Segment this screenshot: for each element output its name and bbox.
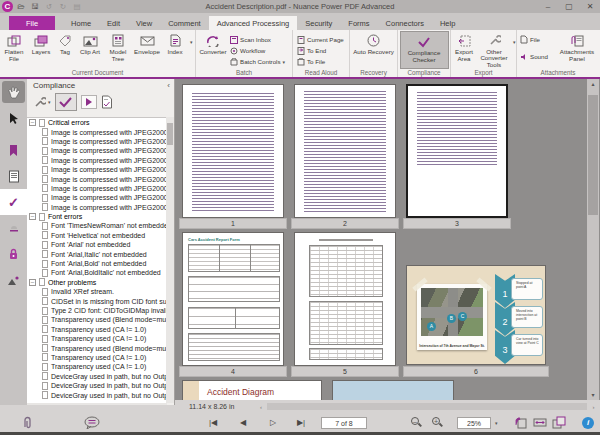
minimize-button[interactable]: –	[542, 0, 554, 13]
tab-edit[interactable]: Edit	[99, 16, 128, 30]
error-item-row[interactable]: Image is compressed with JPEG2000	[27, 174, 167, 183]
page-thumb-1[interactable]	[182, 84, 284, 218]
export-area-button[interactable]: Export Area	[451, 31, 477, 69]
scan-inbox-button[interactable]: Scan Inbox	[230, 34, 292, 45]
tab-home[interactable]: Home	[63, 16, 99, 30]
converter-tools-dropdown-icon[interactable]: ▾	[513, 39, 516, 69]
error-item-row[interactable]: Transparency used (CA != 1.0)	[27, 362, 167, 371]
error-group-row[interactable]: –Other problems	[27, 278, 167, 287]
bookmarks-panel-icon[interactable]	[0, 137, 27, 163]
tab-forms[interactable]: Forms	[340, 16, 377, 30]
compliance-panel-icon[interactable]: ✓	[0, 189, 27, 215]
layers-button[interactable]: Layers	[28, 31, 54, 69]
error-item-row[interactable]: Font 'Arial,BoldItalic' not embedded	[27, 268, 167, 277]
tag-button[interactable]: Tag	[54, 31, 76, 69]
error-item-row[interactable]: Font 'Arial,Italic' not embedded	[27, 249, 167, 258]
security-panel-icon[interactable]	[0, 241, 27, 267]
clip-art-button[interactable]: Clip Art	[76, 31, 104, 69]
maximize-button[interactable]: ▢	[563, 0, 575, 13]
page-number-field[interactable]: 7 of 8	[321, 417, 367, 429]
fit-page-icon[interactable]	[552, 416, 566, 429]
settings-dropdown-icon[interactable]: ▾	[48, 99, 51, 105]
auto-recovery-button[interactable]: Auto Recovery	[352, 31, 396, 69]
zoom-out-button[interactable]: –	[411, 417, 422, 428]
collapse-node-icon[interactable]: –	[29, 279, 36, 286]
attachments-panel-button[interactable]: Attachments Panel	[557, 31, 597, 69]
page-thumb-7[interactable]: Accident Diagram	[182, 380, 322, 400]
error-item-row[interactable]: CIDSet in is missing from CID font subse…	[27, 296, 167, 305]
run-fixups-button[interactable]	[81, 95, 97, 109]
tab-view[interactable]: View	[128, 16, 160, 30]
compliance-settings-button[interactable]: ▾	[33, 96, 51, 109]
workflow-button[interactable]: Workflow	[230, 45, 292, 56]
page-thumb-4[interactable]: Cars Accident Report Form	[182, 232, 284, 366]
first-page-button[interactable]: |◀	[205, 418, 221, 427]
read-to-end-button[interactable]: To End	[297, 45, 350, 56]
other-converter-tools-button[interactable]: Other Converter Tools	[477, 31, 511, 69]
error-item-row[interactable]: Image is compressed with JPEG2000	[27, 184, 167, 193]
tab-security[interactable]: Security	[297, 16, 340, 30]
tab-advanced-processing[interactable]: Advanced Processing	[209, 16, 298, 30]
batch-controls-button[interactable]: Batch Controls ▾	[230, 56, 292, 67]
scroll-up-icon[interactable]: ▴	[587, 79, 599, 89]
read-current-page-button[interactable]: Current Page	[297, 34, 350, 45]
pages-panel-icon[interactable]	[0, 163, 27, 189]
tab-comment[interactable]: Comment	[160, 16, 209, 30]
zoom-level-field[interactable]: 25%	[457, 417, 491, 429]
hscroll-right-icon[interactable]: ›	[589, 404, 598, 410]
page-thumb-5[interactable]	[294, 232, 396, 366]
info-icon[interactable]: i	[582, 417, 594, 429]
previous-page-button[interactable]: ◀	[235, 418, 251, 427]
read-to-file-button[interactable]: To File	[297, 56, 350, 67]
error-item-row[interactable]: Image is compressed with JPEG2000	[27, 146, 167, 155]
error-item-row[interactable]: Font 'Arial' not embedded	[27, 240, 167, 249]
batch-controls-dropdown-icon[interactable]: ▾	[283, 59, 286, 65]
converter-button[interactable]: Converter	[196, 31, 230, 69]
error-item-row[interactable]: Image is compressed with JPEG2000	[27, 165, 167, 174]
page-thumb-2[interactable]	[294, 84, 396, 218]
tab-connectors[interactable]: Connectors	[378, 16, 432, 30]
error-item-row[interactable]: Transparency used (CA != 1.0)	[27, 325, 167, 334]
envelope-button[interactable]: Envelope	[132, 31, 162, 69]
error-group-row[interactable]: –Font errors	[27, 212, 167, 221]
hand-tool-icon[interactable]	[2, 81, 25, 103]
error-item-row[interactable]: Image is compressed with JPEG2000	[27, 203, 167, 212]
page-thumb-3[interactable]	[406, 84, 508, 218]
error-item-row[interactable]: Image is compressed with JPEG2000	[27, 137, 167, 146]
flatten-file-button[interactable]: Flatten File	[0, 31, 28, 69]
fit-width-icon[interactable]	[533, 416, 547, 429]
document-vertical-scrollbar[interactable]: ▴ ▾	[587, 79, 599, 400]
error-item-row[interactable]: DeviceGray used in path, but no OutputIn	[27, 372, 167, 381]
error-item-row[interactable]: DeviceGray used in path, but no OutputIn	[27, 381, 167, 390]
stamp-panel-icon[interactable]	[0, 215, 27, 241]
error-item-row[interactable]: Font 'TimesNewRoman' not embedded	[27, 221, 167, 230]
next-page-button[interactable]: ▷	[265, 418, 281, 427]
error-item-row[interactable]: Image is compressed with JPEG2000	[27, 193, 167, 202]
tree-vertical-scrollbar[interactable]	[166, 117, 174, 403]
scroll-down-icon[interactable]: ▾	[587, 390, 599, 400]
attachments-tab-icon[interactable]	[22, 416, 34, 430]
file-menu-button[interactable]: File	[9, 16, 55, 30]
error-item-row[interactable]: Transparency used (Blend mode=multiply)	[27, 343, 167, 352]
error-item-row[interactable]: Font 'Helvetica' not embedded	[27, 231, 167, 240]
rotate-page-view-icon[interactable]	[514, 416, 528, 429]
page-thumb-8[interactable]	[332, 380, 454, 400]
index-dropdown-icon[interactable]: ▾	[190, 39, 193, 69]
error-item-row[interactable]: Image is compressed with JPEG2000	[27, 156, 167, 165]
attach-sound-button[interactable]: Sound	[520, 51, 557, 62]
error-item-row[interactable]: DeviceGray used in path, but no OutputIn	[27, 390, 167, 399]
collapse-node-icon[interactable]: –	[29, 213, 36, 220]
error-item-row[interactable]: Transparency used (CA != 1.0)	[27, 353, 167, 362]
select-tool-icon[interactable]	[0, 105, 27, 131]
compliance-report-button[interactable]	[101, 95, 113, 109]
page-thumb-6[interactable]: A B C Intersection of 7th Avenue and May…	[406, 265, 546, 365]
error-item-row[interactable]: Font 'Arial,Bold' not embedded	[27, 259, 167, 268]
error-item-row[interactable]: Image is compressed with JPEG2000	[27, 127, 167, 136]
close-button[interactable]: ✕	[584, 0, 596, 13]
hscroll-left-icon[interactable]: ‹	[256, 404, 265, 410]
model-tree-button[interactable]: Model Tree	[104, 31, 132, 69]
panel-collapse-icon[interactable]: ‹	[167, 81, 170, 90]
run-compliance-check-button[interactable]	[55, 93, 77, 111]
document-view[interactable]: 1 2 3 Cars Accident Report Form A B C	[175, 79, 600, 400]
clipart-panel-icon[interactable]	[0, 267, 27, 293]
